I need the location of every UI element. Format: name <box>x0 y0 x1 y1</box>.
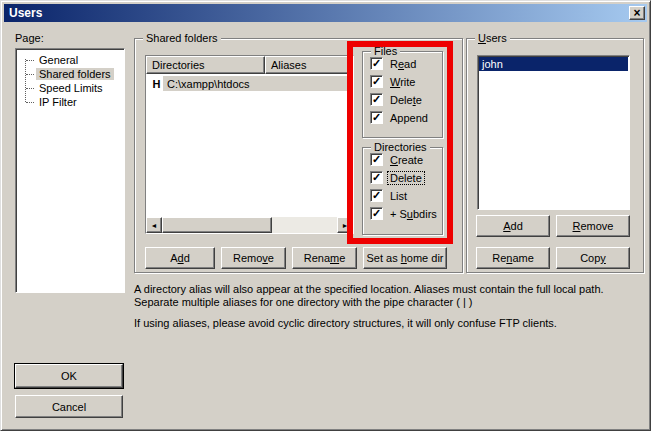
shared-remove-button-label: Remove <box>233 252 274 264</box>
scroll-left-button[interactable]: ◄ <box>146 217 162 233</box>
page-tree: General Shared folders Speed Limits IP F… <box>15 48 125 293</box>
scrollbar-track[interactable] <box>272 217 337 233</box>
close-icon: × <box>633 7 640 19</box>
horizontal-scrollbar[interactable]: ◄ ► <box>146 217 353 233</box>
tree-item-label: General <box>36 54 81 66</box>
users-dialog: Users × Page: General Shared folders Spe… <box>0 0 651 431</box>
check-icon: ✓ <box>372 190 381 201</box>
directories-listview: Directories Aliases H C:\xampp\htdocs ◄ <box>145 55 354 234</box>
listview-header: Directories Aliases <box>146 56 353 74</box>
user-copy-button[interactable]: Copy <box>556 247 630 269</box>
cancel-button[interactable]: Cancel <box>15 395 123 418</box>
shared-remove-button[interactable]: Remove <box>221 247 286 269</box>
checkbox-create-box[interactable]: ✓ <box>370 153 383 166</box>
checkbox-read-box[interactable]: ✓ <box>370 57 383 70</box>
directories-group-label: Directories <box>371 141 430 153</box>
home-flag: H <box>150 78 163 90</box>
user-remove-button[interactable]: Remove <box>556 215 630 237</box>
shared-folders-group: Shared folders Directories Aliases H C:\… <box>134 38 463 273</box>
cancel-button-label: Cancel <box>52 401 86 413</box>
check-icon: ✓ <box>372 172 381 183</box>
users-group: Users john Add Remove Rename Copy <box>466 38 644 273</box>
shared-add-button[interactable]: Add <box>145 247 215 269</box>
checkbox-delete-dirs-label: Delete <box>388 172 424 184</box>
check-icon: ✓ <box>372 76 381 87</box>
checkbox-delete-dirs-box[interactable]: ✓ <box>370 171 383 184</box>
check-icon: ✓ <box>372 112 381 123</box>
users-group-label: Users <box>475 32 510 44</box>
tree-item-label: Shared folders <box>36 68 114 80</box>
tree-item-ip-filter[interactable]: IP Filter <box>16 95 124 109</box>
checkbox-append-box[interactable]: ✓ <box>370 111 383 124</box>
set-as-home-dir-button[interactable]: Set as home dir <box>363 247 447 269</box>
files-group: Files ✓ Read ✓ Write ✓ Delete ✓ Append <box>362 51 443 138</box>
checkbox-write-label: Write <box>388 76 417 88</box>
ok-button[interactable]: OK <box>15 364 123 388</box>
tree-connector <box>26 60 34 61</box>
shared-rename-button[interactable]: Rename <box>292 247 357 269</box>
window-title: Users <box>9 6 629 20</box>
ok-button-label: OK <box>61 370 77 382</box>
checkbox-create-label: Create <box>388 154 425 166</box>
checkbox-delete-files-label: Delete <box>388 94 424 106</box>
arrow-left-icon: ◄ <box>151 222 158 229</box>
tree-connector <box>26 74 34 75</box>
column-header-aliases[interactable]: Aliases <box>265 56 349 74</box>
tree-item-shared-folders[interactable]: Shared folders <box>16 67 124 81</box>
user-rename-button-label: Rename <box>492 252 534 264</box>
column-header-directories[interactable]: Directories <box>146 56 265 74</box>
user-add-button-label: Add <box>503 220 523 232</box>
user-copy-button-label: Copy <box>580 252 606 264</box>
checkbox-subdirs-box[interactable]: ✓ <box>370 207 383 220</box>
close-button[interactable]: × <box>629 6 645 20</box>
checkbox-write[interactable]: ✓ Write <box>370 75 442 88</box>
directory-path: C:\xampp\htdocs <box>163 76 353 91</box>
check-icon: ✓ <box>372 94 381 105</box>
user-item-john[interactable]: john <box>479 57 628 71</box>
page-label: Page: <box>15 32 44 44</box>
dialog-client-area: Page: General Shared folders Speed Limit… <box>4 22 647 427</box>
user-rename-button[interactable]: Rename <box>476 247 550 269</box>
check-icon: ✓ <box>372 154 381 165</box>
listview-body: H C:\xampp\htdocs <box>146 74 353 217</box>
directories-group: Directories ✓ Create ✓ Delete ✓ List ✓ +… <box>362 147 443 235</box>
checkbox-list-label: List <box>388 190 409 202</box>
checkbox-list-box[interactable]: ✓ <box>370 189 383 202</box>
checkbox-delete-files-box[interactable]: ✓ <box>370 93 383 106</box>
checkbox-create[interactable]: ✓ Create <box>370 153 442 166</box>
checkbox-list[interactable]: ✓ List <box>370 189 442 202</box>
tree-item-label: IP Filter <box>36 96 80 108</box>
checkbox-delete-dirs[interactable]: ✓ Delete <box>370 171 442 184</box>
alias-note-2: If using aliases, please avoid cyclic di… <box>134 317 649 330</box>
scrollbar-thumb[interactable] <box>162 217 272 233</box>
alias-notes: A directory alias will also appear at th… <box>134 283 649 330</box>
shared-folders-group-label: Shared folders <box>143 32 221 44</box>
checkbox-write-box[interactable]: ✓ <box>370 75 383 88</box>
scroll-right-button[interactable]: ► <box>337 217 353 233</box>
directory-row[interactable]: H C:\xampp\htdocs <box>146 76 353 91</box>
checkbox-append[interactable]: ✓ Append <box>370 111 442 124</box>
title-bar: Users × <box>4 4 647 22</box>
files-group-label: Files <box>371 45 400 57</box>
checkbox-read[interactable]: ✓ Read <box>370 57 442 70</box>
check-icon: ✓ <box>372 58 381 69</box>
users-listbox: john <box>477 55 630 210</box>
shared-add-button-label: Add <box>170 252 190 264</box>
arrow-right-icon: ► <box>342 222 349 229</box>
checkbox-subdirs[interactable]: ✓ + Subdirs <box>370 207 442 220</box>
tree-item-speed-limits[interactable]: Speed Limits <box>16 81 124 95</box>
alias-note-1: A directory alias will also appear at th… <box>134 283 649 309</box>
tree-item-general[interactable]: General <box>16 53 124 67</box>
checkbox-subdirs-label: + Subdirs <box>388 208 439 220</box>
set-as-home-dir-button-label: Set as home dir <box>366 252 443 264</box>
tree-connector <box>26 102 34 103</box>
user-add-button[interactable]: Add <box>476 215 550 237</box>
checkbox-read-label: Read <box>388 58 418 70</box>
checkbox-delete-files[interactable]: ✓ Delete <box>370 93 442 106</box>
shared-rename-button-label: Rename <box>304 252 346 264</box>
tree-connector <box>26 88 34 89</box>
check-icon: ✓ <box>372 208 381 219</box>
checkbox-append-label: Append <box>388 112 430 124</box>
column-header-filler <box>349 56 353 74</box>
tree-item-label: Speed Limits <box>36 82 106 94</box>
